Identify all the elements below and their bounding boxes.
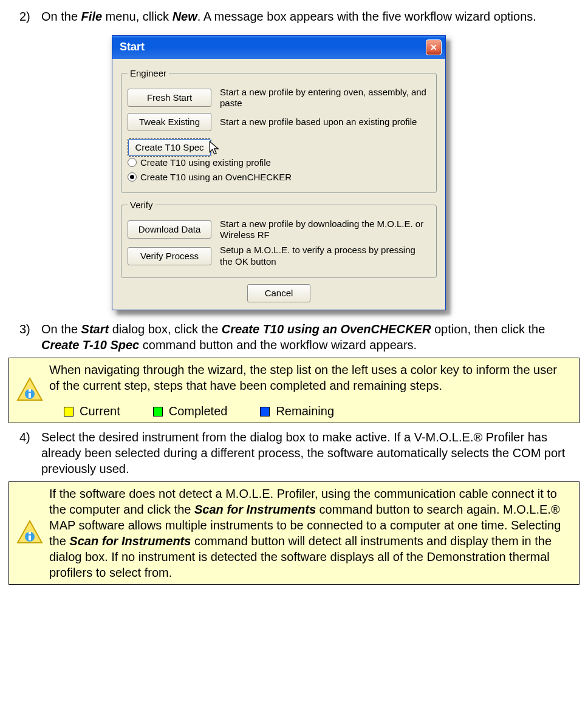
step-2: 2) On the File menu, cllick New. A messa… bbox=[19, 8, 579, 24]
swatch-remaining bbox=[260, 407, 270, 416]
cursor-icon bbox=[209, 141, 222, 157]
info-icon bbox=[10, 518, 49, 548]
close-icon[interactable]: ✕ bbox=[426, 39, 442, 55]
radio-ovenchecker[interactable]: Create T10 using an OvenCHECKER bbox=[128, 171, 292, 183]
info-note-color-key: When navigating through the wizard, the … bbox=[9, 358, 579, 423]
create-t10-spec-button[interactable]: Create T10 Spec bbox=[128, 138, 211, 157]
step-4-number: 4) bbox=[19, 429, 41, 477]
start-dialog: Start ✕ Engineer Fresh Start Start a new… bbox=[112, 35, 446, 310]
note1-text: When navigating through the wizard, the … bbox=[49, 362, 570, 393]
svg-rect-2 bbox=[29, 393, 31, 398]
note2-text: If the software does not detect a M.O.L.… bbox=[49, 486, 570, 580]
svg-rect-1 bbox=[29, 389, 31, 392]
fresh-start-desc: Start a new profile by entering oven, as… bbox=[220, 87, 430, 110]
radio-existing-profile[interactable]: Create T10 using existing profile bbox=[128, 157, 292, 169]
info-icon bbox=[10, 376, 49, 405]
start-dialog-figure: Start ✕ Engineer Fresh Start Start a new… bbox=[112, 35, 446, 310]
verify-process-button[interactable]: Verify Process bbox=[128, 247, 211, 265]
color-key-legend: Current Completed Remaining bbox=[64, 403, 570, 419]
verify-process-desc: Setup a M.O.L.E. to verify a process by … bbox=[220, 245, 430, 268]
dialog-titlebar: Start ✕ bbox=[112, 36, 445, 59]
cancel-button[interactable]: Cancel bbox=[247, 284, 310, 302]
step-3-number: 3) bbox=[19, 321, 41, 353]
svg-rect-5 bbox=[29, 536, 31, 540]
verify-legend: Verify bbox=[128, 199, 156, 211]
svg-rect-4 bbox=[29, 532, 31, 534]
verify-group: Verify Download Data Start a new profile… bbox=[121, 199, 437, 278]
engineer-group: Engineer Fresh Start Start a new profile… bbox=[121, 67, 437, 193]
step-2-number: 2) bbox=[19, 8, 41, 24]
tweak-existing-button[interactable]: Tweak Existing bbox=[128, 113, 211, 131]
step-3-text: On the Start dialog box, click the Creat… bbox=[41, 321, 579, 353]
info-note-scan: If the software does not detect a M.O.L.… bbox=[9, 481, 579, 585]
fresh-start-button[interactable]: Fresh Start bbox=[128, 89, 211, 107]
step-4: 4) Select the desired instrument from th… bbox=[19, 429, 579, 477]
radio-icon bbox=[128, 172, 137, 182]
step-4-text: Select the desired instrument from the d… bbox=[41, 429, 579, 477]
tweak-existing-desc: Start a new profile based upon an existi… bbox=[220, 117, 430, 128]
dialog-title: Start bbox=[120, 40, 145, 54]
step-2-text: On the File menu, cllick New. A message … bbox=[41, 8, 579, 24]
engineer-legend: Engineer bbox=[128, 67, 169, 80]
swatch-current bbox=[64, 407, 74, 416]
swatch-completed bbox=[153, 407, 163, 416]
download-data-button[interactable]: Download Data bbox=[128, 220, 211, 239]
step-3: 3) On the Start dialog box, click the Cr… bbox=[19, 321, 579, 353]
radio-icon bbox=[128, 158, 137, 167]
download-data-desc: Start a new profile by downloading the M… bbox=[220, 219, 430, 242]
